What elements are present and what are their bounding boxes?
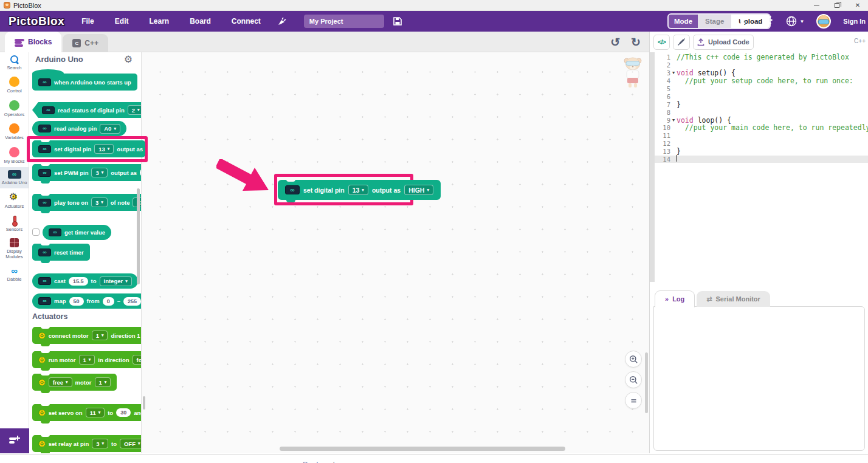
block-play-tone-on[interactable]: ∞play tone on3▾of noteC2▾ [32, 194, 142, 211]
sidebar-item-dabble[interactable]: ∞Dabble [0, 263, 29, 285]
zoom-out-button[interactable] [625, 371, 642, 388]
add-extension-button[interactable] [0, 428, 29, 453]
block-map[interactable]: ∞map50from0–255to [32, 293, 142, 309]
block-reset-timer[interactable]: ∞reset timer [32, 244, 90, 261]
connect-plug-icon[interactable] [277, 16, 287, 27]
menu-item-edit[interactable]: Edit [115, 17, 129, 26]
tab-serial-monitor[interactable]: ⇄Serial Monitor [697, 291, 770, 307]
sidebar-item-search[interactable]: Search [0, 52, 29, 74]
block-motor[interactable]: ⚙free▾motor1▾ [32, 374, 117, 391]
zoom-in-button[interactable] [625, 351, 642, 368]
palette-collapse-handle[interactable] [143, 396, 145, 410]
tab-log[interactable]: »Log [655, 290, 695, 307]
number-input[interactable]: 30 [116, 408, 131, 417]
dropdown-free[interactable]: free▾ [49, 377, 72, 387]
dropdown-1[interactable]: 1▾ [95, 377, 111, 387]
edit-code-disabled-button[interactable] [673, 35, 690, 50]
block-get-timer-value[interactable]: ∞get timer value [43, 225, 111, 240]
sidebar-item-variables[interactable]: Variables [0, 120, 29, 143]
block-when-arduino-uno-starts-up[interactable]: ∞when Arduino Uno starts up [32, 74, 137, 91]
dragged-block-set-digital-pin[interactable]: ∞set digital pin13▾output asHIGH▾ [278, 180, 441, 200]
close-button[interactable]: ✕ [847, 0, 868, 11]
block-cast[interactable]: ∞cast15.5tointeger▾ [32, 273, 138, 289]
redo-icon[interactable]: ↻ [631, 36, 641, 48]
arduino-chip-icon: ∞ [38, 169, 51, 177]
block-read-analog-pin[interactable]: ∞read analog pinA0▾ [32, 121, 126, 136]
block-read-status-of-digital-pin[interactable]: ∞read status of digital pin2▾ [32, 102, 142, 118]
dropdown-high[interactable]: HIGH▾ [404, 185, 433, 195]
dropdown-3[interactable]: 3▾ [91, 197, 108, 207]
sign-in-button[interactable]: Sign In [843, 18, 866, 25]
language-globe-icon[interactable]: ▼ [785, 15, 804, 27]
number-input[interactable]: 0 [103, 297, 114, 306]
menu-item-learn[interactable]: Learn [149, 17, 169, 26]
number-input[interactable]: 255 [123, 297, 141, 306]
dropdown-value: 3 [95, 170, 98, 176]
block-text: set relay at pin [49, 441, 89, 447]
dropdown-forward[interactable]: forward▾ [133, 355, 142, 365]
dropdown-1[interactable]: 1▾ [79, 355, 95, 365]
maximize-button[interactable] [827, 0, 847, 11]
trophy-icon[interactable] [737, 14, 749, 29]
undo-icon[interactable]: ↺ [610, 36, 620, 48]
minimize-button[interactable] [806, 0, 827, 11]
canvas-horizontal-scrollbar[interactable] [280, 447, 565, 451]
block-run-motor[interactable]: ⚙run motor1▾in directionforward▾ [32, 351, 142, 368]
block-checkbox[interactable] [32, 228, 40, 236]
block-set-digital-pin[interactable]: ∞set digital pin13▾output asHIGH▾ [32, 140, 145, 157]
arduino-chip-icon: ∞ [42, 106, 55, 114]
tab-blocks[interactable]: Blocks [5, 32, 61, 52]
dropdown-11[interactable]: 11▾ [86, 408, 105, 417]
dropdown-13[interactable]: 13▾ [94, 144, 114, 154]
sidebar-item-control[interactable]: Control [0, 74, 29, 97]
sidebar-item-operators[interactable]: Operators [0, 97, 29, 120]
block-set-relay-at-pin[interactable]: ⚙set relay at pin3▾toOFF▾ [32, 435, 142, 452]
block-text: – [117, 298, 120, 304]
palette-scrollbar[interactable] [137, 188, 140, 284]
scripts-canvas[interactable] [142, 52, 649, 453]
number-input[interactable]: 50 [69, 297, 84, 306]
sidebar-item-arduino-uno[interactable]: ∞Arduino Uno [0, 167, 29, 188]
dropdown-2[interactable]: 2▾ [128, 105, 142, 115]
extension-settings-gear-icon[interactable]: ⚙ [124, 53, 133, 65]
dropdown-3[interactable]: 3▾ [91, 168, 108, 177]
dropdown-integer[interactable]: integer▾ [100, 276, 132, 286]
number-input[interactable]: 15.5 [69, 277, 88, 286]
dropdown-1[interactable]: 1▾ [92, 331, 108, 340]
block-set-servo-on[interactable]: ⚙set servo on11▾to30angle [32, 404, 142, 421]
menu-item-board[interactable]: Board [190, 17, 211, 26]
dropdown-3[interactable]: 3▾ [92, 439, 108, 448]
block-text: connect motor [49, 332, 89, 339]
zoom-reset-button[interactable] [625, 392, 642, 409]
project-name-input[interactable]: My Project [304, 15, 384, 28]
menu-item-file[interactable]: File [81, 17, 94, 26]
tab-c[interactable]: CC++ [63, 34, 108, 52]
sidebar-item-actuators[interactable]: Actuators [0, 188, 29, 212]
avatar[interactable] [816, 14, 831, 29]
dropdown-value: free [53, 379, 63, 386]
sidebar-item-my-blocks[interactable]: My Blocks [0, 144, 29, 167]
block-text: get timer value [64, 229, 105, 236]
backpack-bar[interactable]: Backpack [0, 454, 868, 463]
save-icon[interactable] [393, 16, 402, 26]
fold-arrow-icon[interactable]: ▼ [670, 70, 677, 75]
settings-gear-icon[interactable] [761, 14, 773, 29]
block-connect-motor[interactable]: ⚙connect motor1▾direction 12▾ [32, 327, 142, 344]
arduino-chip-icon: ∞ [38, 199, 51, 207]
dropdown-13[interactable]: 13▾ [348, 185, 368, 195]
dropdown-off[interactable]: OFF▾ [120, 439, 142, 448]
dropdown-value: 1 [83, 357, 86, 363]
dropdown-value: 3 [95, 199, 98, 206]
canvas-vertical-scrollbar[interactable] [645, 352, 648, 413]
sidebar-item-sensors[interactable]: Sensors [0, 213, 29, 235]
menu-item-connect[interactable]: Connect [232, 17, 261, 26]
dropdown-a0[interactable]: A0▾ [100, 124, 120, 134]
fold-arrow-icon[interactable]: ▼ [670, 118, 677, 123]
upload-code-button[interactable]: Upload Code [693, 35, 754, 50]
mode-option-stage[interactable]: Stage [698, 15, 731, 28]
block-set-pwm-pin[interactable]: ∞set PWM pin3▾output as255 [32, 164, 142, 181]
code-view-button[interactable]: </> [653, 35, 670, 50]
sidebar-item-display-modules[interactable]: Display Modules [0, 235, 29, 263]
block-text: angle [134, 410, 142, 416]
code-editor[interactable]: 1//This c++ code is generated by PictoBl… [650, 52, 868, 290]
